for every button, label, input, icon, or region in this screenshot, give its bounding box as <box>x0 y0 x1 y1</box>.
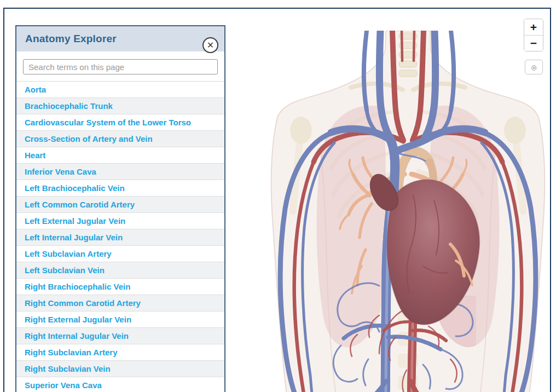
zoom-in-button[interactable]: + <box>524 19 543 35</box>
term-label: Left Subclavian Artery <box>25 249 112 258</box>
panel-header: Anatomy Explorer ✕ <box>16 26 224 51</box>
term-label: Brachiocephalic Trunk <box>25 101 113 111</box>
term-label: Right External Jugular Vein <box>25 315 131 324</box>
terms-list: Aorta Brachiocephalic Trunk Cardiovascul… <box>16 81 224 392</box>
term-link[interactable]: Aorta <box>16 82 224 98</box>
term-label: Right Internal Jugular Vein <box>25 331 129 341</box>
term-label: Aorta <box>25 85 46 94</box>
term-label: Left Common Carotid Artery <box>25 200 135 209</box>
term-label: Left Internal Jugular Vein <box>25 233 123 242</box>
term-label: Left External Jugular Vein <box>25 216 125 226</box>
term-label: Right Subclavian Vein <box>25 364 111 373</box>
term-label: Heart <box>25 151 45 160</box>
term-link[interactable]: Heart <box>16 147 224 164</box>
anatomy-model-canvas[interactable] <box>270 31 546 392</box>
close-button[interactable]: ✕ <box>202 37 218 53</box>
term-link[interactable]: Right External Jugular Vein <box>16 312 224 328</box>
minus-icon: − <box>530 37 537 50</box>
term-link[interactable]: Left Common Carotid Artery <box>16 197 224 213</box>
term-link[interactable]: Superior Vena Cava <box>16 377 224 392</box>
term-link[interactable]: Left Subclavian Vein <box>16 262 224 279</box>
term-label: Right Brachiocephalic Vein <box>25 282 130 291</box>
reset-view-button[interactable]: ◎ <box>525 60 543 74</box>
search-input[interactable] <box>23 59 218 74</box>
term-link[interactable]: Right Common Carotid Artery <box>16 295 224 312</box>
term-link[interactable]: Cardiovascular System of the Lower Torso <box>16 114 224 131</box>
term-label: Cardiovascular System of the Lower Torso <box>25 118 191 127</box>
term-link[interactable]: Inferior Vena Cava <box>16 164 224 180</box>
close-icon: ✕ <box>207 41 214 50</box>
term-link[interactable]: Brachiocephalic Trunk <box>16 98 224 114</box>
term-label: Inferior Vena Cava <box>25 167 96 176</box>
viewer-frame: Anatomy Explorer ✕ Aorta Brachiocephalic… <box>3 8 551 392</box>
term-link[interactable]: Left Internal Jugular Vein <box>16 229 224 246</box>
search-area <box>16 51 224 81</box>
term-link[interactable]: Cross-Section of Artery and Vein <box>16 131 224 147</box>
term-link[interactable]: Left Brachiocephalic Vein <box>16 180 224 197</box>
term-link[interactable]: Left Subclavian Artery <box>16 246 224 262</box>
term-link[interactable]: Right Subclavian Artery <box>16 344 224 361</box>
anatomy-explorer-panel: Anatomy Explorer ✕ Aorta Brachiocephalic… <box>15 25 225 392</box>
term-label: Left Subclavian Vein <box>25 266 105 275</box>
term-label: Right Subclavian Artery <box>25 348 117 357</box>
term-link[interactable]: Right Brachiocephalic Vein <box>16 279 224 295</box>
term-label: Cross-Section of Artery and Vein <box>25 134 153 143</box>
reset-view-icon: ◎ <box>531 64 536 71</box>
term-link[interactable]: Left External Jugular Vein <box>16 213 224 229</box>
panel-title: Anatomy Explorer <box>16 33 117 45</box>
term-link[interactable]: Right Subclavian Vein <box>16 361 224 377</box>
term-label: Superior Vena Cava <box>25 381 102 390</box>
term-link[interactable]: Right Internal Jugular Vein <box>16 328 224 344</box>
zoom-controls: + − <box>524 19 543 51</box>
term-label: Left Brachiocephalic Vein <box>25 183 125 193</box>
term-label: Right Common Carotid Artery <box>25 298 141 308</box>
plus-icon: + <box>530 21 537 34</box>
zoom-out-button[interactable]: − <box>524 35 543 51</box>
